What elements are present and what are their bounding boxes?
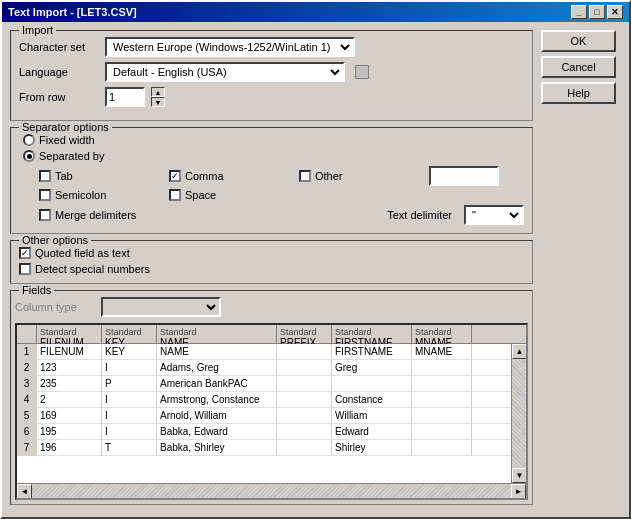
spin-up-button[interactable]: ▲	[151, 87, 165, 97]
cell-4-mname[interactable]	[412, 392, 472, 408]
cell-4-name[interactable]: Armstrong, Constance	[157, 392, 277, 408]
cell-4-filenum[interactable]: 2	[37, 392, 102, 408]
other-label: Other	[315, 170, 343, 182]
grid-header-key[interactable]: Standard KEY	[102, 325, 157, 343]
space-checkbox[interactable]	[169, 189, 181, 201]
cell-7-firstname[interactable]: Shirley	[332, 440, 412, 456]
cell-3-key[interactable]: P	[102, 376, 157, 392]
cell-1-firstname[interactable]: FIRSTNAME	[332, 344, 412, 360]
column-type-select[interactable]	[101, 297, 221, 317]
cell-5-prefix[interactable]	[277, 408, 332, 424]
language-indicator	[355, 65, 369, 79]
cell-7-filenum[interactable]: 196	[37, 440, 102, 456]
cell-5-mname[interactable]	[412, 408, 472, 424]
cell-1-name[interactable]: NAME	[157, 344, 277, 360]
cell-3-firstname[interactable]	[332, 376, 412, 392]
ok-button[interactable]: OK	[541, 30, 616, 52]
minimize-button[interactable]: _	[571, 5, 587, 19]
cell-4-key[interactable]: I	[102, 392, 157, 408]
cell-1-prefix[interactable]	[277, 344, 332, 360]
grid-header-firstname[interactable]: Standard FIRSTNAME	[332, 325, 412, 343]
cell-4-prefix[interactable]	[277, 392, 332, 408]
detect-special-row: Detect special numbers	[19, 263, 524, 275]
window-controls: _ □ ✕	[571, 5, 623, 19]
cell-1-mname[interactable]: MNAME	[412, 344, 472, 360]
quoted-field-row: Quoted field as text	[19, 247, 524, 259]
cell-3-filenum[interactable]: 235	[37, 376, 102, 392]
scroll-track-v[interactable]	[512, 359, 526, 468]
from-row-input[interactable]: 1	[105, 87, 145, 107]
cell-6-firstname[interactable]: Edward	[332, 424, 412, 440]
cancel-button[interactable]: Cancel	[541, 56, 616, 78]
cell-7-key[interactable]: T	[102, 440, 157, 456]
maximize-button[interactable]: □	[589, 5, 605, 19]
cell-6-filenum[interactable]: 195	[37, 424, 102, 440]
vertical-scrollbar[interactable]: ▲ ▼	[511, 344, 526, 483]
text-delimiter-select[interactable]: "	[464, 205, 524, 225]
content-area: Import Character set Western Europe (Win…	[2, 22, 629, 517]
tab-checkbox[interactable]	[39, 170, 51, 182]
grid-header-filenum[interactable]: Standard FILENUM	[37, 325, 102, 343]
comma-checkbox[interactable]	[169, 170, 181, 182]
cell-2-prefix[interactable]	[277, 360, 332, 376]
other-input[interactable]	[429, 166, 499, 186]
quoted-field-checkbox[interactable]	[19, 247, 31, 259]
cell-6-name[interactable]: Babka, Edward	[157, 424, 277, 440]
cell-5-key[interactable]: I	[102, 408, 157, 424]
row-num-7: 7	[17, 440, 37, 456]
cell-7-prefix[interactable]	[277, 440, 332, 456]
grid-with-scrollbar: 1 FILENUM KEY NAME FIRSTNAME MNAME	[17, 344, 526, 483]
cell-3-name[interactable]: American BankPAC	[157, 376, 277, 392]
cell-3-prefix[interactable]	[277, 376, 332, 392]
cell-6-key[interactable]: I	[102, 424, 157, 440]
cell-7-name[interactable]: Babka, Shirley	[157, 440, 277, 456]
comma-check-row: Comma	[169, 166, 299, 186]
comma-label: Comma	[185, 170, 224, 182]
detect-special-checkbox[interactable]	[19, 263, 31, 275]
merge-delimiters-checkbox[interactable]	[39, 209, 51, 221]
scroll-track-h[interactable]	[32, 484, 511, 499]
grid-header-name[interactable]: Standard NAME	[157, 325, 277, 343]
horizontal-scrollbar[interactable]: ◄ ►	[17, 483, 526, 498]
semicolon-checkbox[interactable]	[39, 189, 51, 201]
cell-7-mname[interactable]	[412, 440, 472, 456]
scroll-right-button[interactable]: ►	[511, 484, 526, 499]
scroll-left-button[interactable]: ◄	[17, 484, 32, 499]
close-button[interactable]: ✕	[607, 5, 623, 19]
separated-by-row: Separated by	[23, 150, 524, 162]
grid-header-prefix[interactable]: Standard PREFIX	[277, 325, 332, 343]
cell-2-name[interactable]: Adams, Greg	[157, 360, 277, 376]
from-row-row: From row 1 ▲ ▼	[19, 87, 524, 107]
cell-1-key[interactable]: KEY	[102, 344, 157, 360]
quoted-field-label: Quoted field as text	[35, 247, 130, 259]
cell-6-prefix[interactable]	[277, 424, 332, 440]
cell-4-firstname[interactable]: Constance	[332, 392, 412, 408]
row-num-5: 5	[17, 408, 37, 424]
cell-5-firstname[interactable]: William	[332, 408, 412, 424]
cell-2-firstname[interactable]: Greg	[332, 360, 412, 376]
cell-1-filenum[interactable]: FILENUM	[37, 344, 102, 360]
cell-2-key[interactable]: I	[102, 360, 157, 376]
scroll-down-button[interactable]: ▼	[512, 468, 526, 483]
help-button[interactable]: Help	[541, 82, 616, 104]
grid-header-mname[interactable]: Standard MNAME	[412, 325, 472, 343]
other-checkbox[interactable]	[299, 170, 311, 182]
cell-6-mname[interactable]	[412, 424, 472, 440]
grid-header-spacer	[472, 325, 526, 343]
title-bar: Text Import - [LET3.CSV] _ □ ✕	[2, 2, 629, 22]
scroll-up-button[interactable]: ▲	[512, 344, 526, 359]
character-set-row: Character set Western Europe (Windows-12…	[19, 37, 524, 57]
language-select[interactable]: Default - English (USA)	[105, 62, 345, 82]
spin-down-button[interactable]: ▼	[151, 97, 165, 107]
character-set-select[interactable]: Western Europe (Windows-1252/WinLatin 1)	[105, 37, 355, 57]
from-row-label: From row	[19, 91, 99, 103]
cell-2-mname[interactable]	[412, 360, 472, 376]
fixed-width-radio[interactable]	[23, 134, 35, 146]
cell-2-filenum[interactable]: 123	[37, 360, 102, 376]
separated-by-radio[interactable]	[23, 150, 35, 162]
detect-special-label: Detect special numbers	[35, 263, 150, 275]
cell-5-filenum[interactable]: 169	[37, 408, 102, 424]
cell-5-name[interactable]: Arnold, William	[157, 408, 277, 424]
separator-options-grid: Tab Comma Other Semicolon	[39, 166, 524, 201]
cell-3-mname[interactable]	[412, 376, 472, 392]
